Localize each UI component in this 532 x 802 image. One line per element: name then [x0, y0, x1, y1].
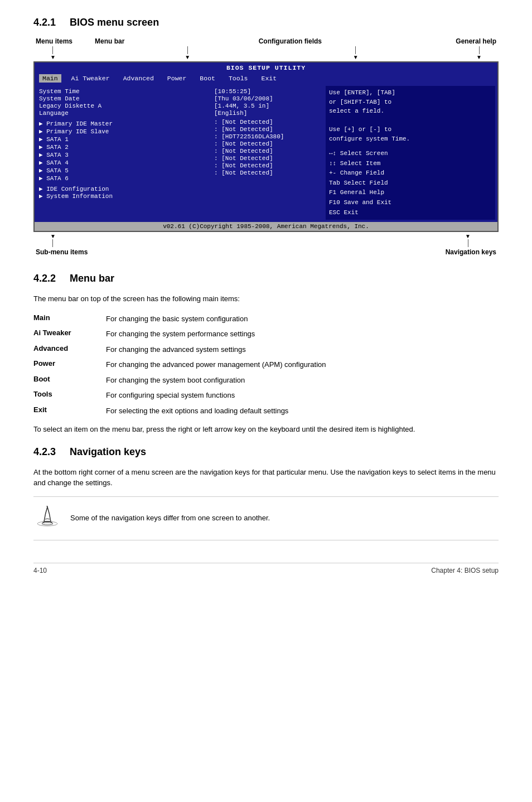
table-row: Tools For configuring special system fun…	[33, 388, 499, 403]
menu-name-boot: Boot	[33, 373, 106, 388]
bios-left-panel: System Time System Date Legacy Diskette …	[37, 86, 210, 220]
label-config-fields: Configuration fields	[124, 37, 456, 45]
bios-title: BIOS SETUP UTILITY	[35, 62, 497, 73]
table-row: Exit For selecting the exit options and …	[33, 403, 499, 419]
section-422-note: To select an item on the menu bar, press…	[33, 424, 499, 435]
menu-desc-main: For changing the basic system configurat…	[106, 311, 499, 327]
menu-desc-exit: For selecting the exit options and loadi…	[106, 403, 499, 419]
menu-desc-tools: For configuring special system functions	[106, 388, 499, 403]
pencil-icon	[34, 503, 61, 529]
bios-top-items: System Time System Date Legacy Diskette …	[39, 88, 207, 117]
svg-point-2	[42, 523, 53, 525]
section-422-title: 4.2.2 Menu bar	[33, 273, 499, 284]
label-nav-keys: Navigation keys	[446, 248, 496, 256]
menu-desc-boot: For changing the system boot configurati…	[106, 373, 499, 388]
bios-menu-power[interactable]: Power	[164, 74, 190, 83]
bios-menu-advanced[interactable]: Advanced	[120, 74, 157, 83]
bios-screen: BIOS SETUP UTILITY Main Ai Tweaker Advan…	[33, 61, 499, 232]
table-row: Advanced For changing the advanced syste…	[33, 342, 499, 357]
menu-name-exit: Exit	[33, 403, 106, 419]
menu-name-main: Main	[33, 311, 106, 327]
footer-left: 4-10	[33, 567, 47, 574]
table-row: Boot For changing the system boot config…	[33, 373, 499, 388]
bios-help-top: Use [ENTER], [TAB] or [SHIFT-TAB] to sel…	[329, 88, 492, 143]
footer-right: Chapter 4: BIOS setup	[431, 567, 499, 574]
section-423-body: At the bottom right corner of a menu scr…	[33, 467, 499, 489]
bios-menu-exit[interactable]: Exit	[258, 74, 280, 83]
table-row: Main For changing the basic system confi…	[33, 311, 499, 327]
label-sub-menu: Sub-menu items	[36, 248, 88, 256]
bios-nav-keys: ↔↕ Select Screen ↕↕ Select Item +- Chang…	[329, 149, 492, 218]
section-423: 4.2.3 Navigation keys At the bottom righ…	[33, 446, 499, 540]
bios-menu-aitweaker[interactable]: Ai Tweaker	[68, 74, 113, 83]
bios-diagram: Menu items Menu bar Configuration fields…	[33, 37, 499, 256]
section-422-intro: The menu bar on top of the screen has th…	[33, 293, 499, 305]
svg-line-1	[47, 506, 47, 507]
table-row: Ai Tweaker For changing the system perfo…	[33, 326, 499, 342]
note-icon	[33, 503, 61, 534]
section-421: 4.2.1 BIOS menu screen Menu items Menu b…	[33, 17, 499, 256]
svg-point-0	[37, 521, 57, 526]
label-menu-items: Menu items	[36, 37, 72, 45]
note-text: Some of the navigation keys differ from …	[70, 513, 270, 523]
menu-name-power: Power	[33, 357, 106, 373]
bios-right-panel: Use [ENTER], [TAB] or [SHIFT-TAB] to sel…	[326, 86, 495, 220]
bios-menu-bar: Main Ai Tweaker Advanced Power Boot Tool…	[35, 73, 497, 84]
menu-name-tools: Tools	[33, 388, 106, 403]
bios-menu-tools[interactable]: Tools	[225, 74, 252, 83]
table-row: Power For changing the advanced power ma…	[33, 357, 499, 373]
label-general-help: General help	[456, 37, 496, 45]
section-422: 4.2.2 Menu bar The menu bar on top of th…	[33, 273, 499, 435]
note-box: Some of the navigation keys differ from …	[33, 496, 499, 540]
section-421-title: 4.2.1 BIOS menu screen	[33, 17, 499, 28]
bios-menu-main[interactable]: Main	[39, 74, 61, 83]
menu-name-advanced: Advanced	[33, 342, 106, 357]
menu-name-aitweaker: Ai Tweaker	[33, 326, 106, 342]
menu-desc-aitweaker: For changing the system performance sett…	[106, 326, 499, 342]
bios-menu-boot[interactable]: Boot	[196, 74, 219, 83]
bios-center-panel: [10:55:25] [Thu 03/06/2008] [1.44M, 3.5 …	[212, 86, 323, 220]
label-menu-bar: Menu bar	[95, 37, 124, 45]
bios-sub-items: ▶ Primary IDE Master ▶ Primary IDE Slave…	[39, 120, 207, 182]
bios-content-area: System Time System Date Legacy Diskette …	[35, 84, 497, 222]
bios-bottom-items: ▶ IDE Configuration ▶ System Information	[39, 185, 207, 200]
section-423-title: 4.2.3 Navigation keys	[33, 446, 499, 458]
menu-desc-power: For changing the advanced power manageme…	[106, 357, 499, 373]
bios-footer: v02.61 (C)Copyright 1985-2008, American …	[35, 222, 497, 231]
page-footer: 4-10 Chapter 4: BIOS setup	[33, 563, 499, 574]
menu-desc-advanced: For changing the advanced system setting…	[106, 342, 499, 357]
menu-bar-table: Main For changing the basic system confi…	[33, 311, 499, 419]
